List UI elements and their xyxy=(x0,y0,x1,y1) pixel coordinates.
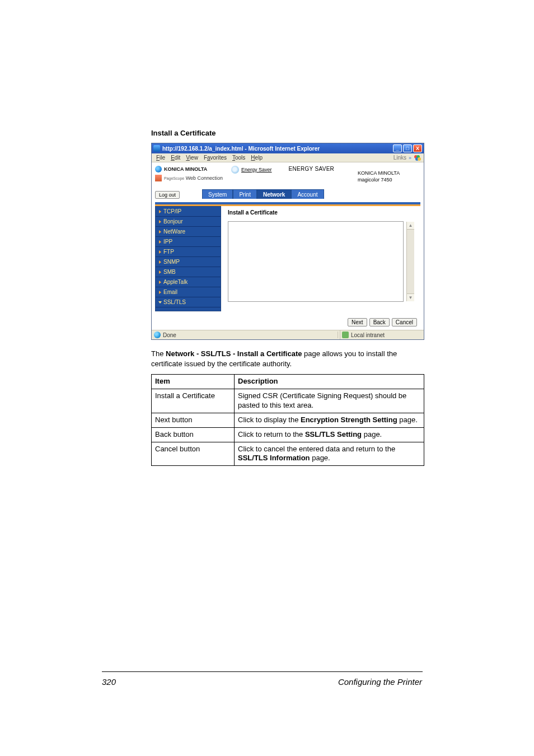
links-label: Links xyxy=(394,155,406,161)
table-row: Next button Click to display the Encrypt… xyxy=(152,413,424,427)
status-separator xyxy=(338,332,338,338)
sidebar-item-smb[interactable]: SMB xyxy=(156,267,221,277)
sidebar-item-label: Email xyxy=(163,289,177,295)
cell-item: Back button xyxy=(152,427,235,442)
arrow-right-icon xyxy=(159,291,161,294)
status-done: Done xyxy=(163,332,176,338)
cancel-button[interactable]: Cancel xyxy=(392,318,417,326)
arrow-down-icon xyxy=(158,301,162,304)
info-table: Item Description Install a Certificate S… xyxy=(151,374,424,466)
logout-button[interactable]: Log out xyxy=(155,191,180,199)
tab-bar: System Print Network Account xyxy=(202,189,324,199)
intranet-zone-icon xyxy=(342,332,349,338)
pagescope-label: PageScope xyxy=(164,176,184,180)
desc-pre: The xyxy=(151,349,166,358)
minimize-button[interactable]: _ xyxy=(393,144,402,152)
globe-icon xyxy=(155,166,162,172)
sidebar-item-label: NetWare xyxy=(163,228,185,235)
sidebar-item-ipp[interactable]: IPP xyxy=(156,237,221,247)
sidebar-item-snmp[interactable]: SNMP xyxy=(156,257,221,267)
textarea-scrollbar[interactable]: ▲ ▼ xyxy=(406,222,414,301)
cell-desc: Signed CSR (Certificate Signing Request)… xyxy=(235,389,424,413)
cell-desc: Click to cancel the entered data and ret… xyxy=(235,442,424,466)
energy-saver-link[interactable]: Energy Saver xyxy=(241,167,272,172)
scroll-up-icon[interactable]: ▲ xyxy=(407,222,414,230)
links-chevron-icon[interactable]: » xyxy=(409,155,411,161)
brand-name: KONICA MINOLTA xyxy=(164,166,207,172)
sidebar-item-tcpip[interactable]: TCP/IP xyxy=(156,207,221,217)
arrow-right-icon xyxy=(159,220,161,223)
table-row: Back button Click to return to the SSL/T… xyxy=(152,427,424,442)
ie-icon xyxy=(153,145,160,152)
menu-edit[interactable]: Edit xyxy=(168,155,182,161)
menu-file[interactable]: File xyxy=(154,155,167,161)
menu-favorites[interactable]: Favorites xyxy=(202,155,229,161)
cell-item: Install a Certificate xyxy=(152,389,235,413)
sidebar-item-ftp[interactable]: FTP xyxy=(156,247,221,257)
sidebar-item-label: Bonjour xyxy=(163,218,182,225)
sidebar-item-label: TCP/IP xyxy=(163,208,181,214)
sidebar-item-label: SMB xyxy=(163,269,176,275)
button-row: Next Back Cancel xyxy=(152,311,424,330)
menu-tools[interactable]: Tools xyxy=(230,155,247,161)
tab-network[interactable]: Network xyxy=(257,189,291,199)
desc-bold: Network - SSL/TLS - Install a Certificat… xyxy=(166,349,302,358)
tab-print[interactable]: Print xyxy=(233,189,257,199)
cell-desc: Click to return to the SSL/TLS Setting p… xyxy=(235,427,424,442)
sidebar-item-label: FTP xyxy=(163,249,174,255)
table-row: Cancel button Click to cancel the entere… xyxy=(152,442,424,466)
page-number: 320 xyxy=(102,677,116,687)
maximize-button[interactable]: □ xyxy=(403,144,412,152)
sidebar-item-email[interactable]: Email xyxy=(156,287,221,297)
sidebar-item-ssltls[interactable]: SSL/TLS xyxy=(156,297,221,307)
svg-point-3 xyxy=(418,157,421,161)
sidebar-item-netware[interactable]: NetWare xyxy=(156,227,221,237)
arrow-right-icon xyxy=(159,240,161,244)
back-button[interactable]: Back xyxy=(369,318,390,326)
th-item: Item xyxy=(152,375,235,389)
model-name: magicolor 7450 xyxy=(358,177,414,184)
menu-view[interactable]: View xyxy=(184,155,200,161)
close-button[interactable]: X xyxy=(413,144,422,152)
sidebar: TCP/IP Bonjour NetWare IPP FTP SNMP SMB … xyxy=(155,206,221,311)
window-title: http://192.168.1.2/a_index.html - Micros… xyxy=(162,146,393,152)
menu-help[interactable]: Help xyxy=(249,155,265,161)
arrow-right-icon xyxy=(159,250,161,254)
arrow-right-icon xyxy=(159,210,161,213)
certificate-textarea[interactable] xyxy=(228,221,404,302)
browser-window: http://192.168.1.2/a_index.html - Micros… xyxy=(151,143,424,340)
scroll-down-icon[interactable]: ▼ xyxy=(407,293,414,301)
pagescope-icon xyxy=(155,175,162,181)
menubar: File Edit View Favorites Tools Help Link… xyxy=(152,153,424,162)
sidebar-item-bonjour[interactable]: Bonjour xyxy=(156,217,221,227)
titlebar: http://192.168.1.2/a_index.html - Micros… xyxy=(152,143,424,153)
th-desc: Description xyxy=(235,375,424,389)
arrow-right-icon xyxy=(159,281,161,284)
section-title: Install a Certificate xyxy=(151,129,424,137)
footer-title: Configuring the Printer xyxy=(338,677,422,687)
webconnection-label: Web Connection xyxy=(186,175,223,181)
tab-account[interactable]: Account xyxy=(291,189,324,199)
done-icon xyxy=(154,332,161,338)
msn-icon[interactable] xyxy=(414,155,421,161)
energy-saver-heading: ENERGY SAVER xyxy=(289,166,335,172)
cell-desc: Click to display the Encryption Strength… xyxy=(235,413,424,427)
tab-system[interactable]: System xyxy=(202,189,233,199)
cell-item: Next button xyxy=(152,413,235,427)
arrow-right-icon xyxy=(159,230,161,234)
status-bar: Done Local intranet xyxy=(152,330,424,339)
arrow-right-icon xyxy=(159,270,161,274)
sidebar-item-label: SSL/TLS xyxy=(163,299,186,305)
sidebar-item-label: IPP xyxy=(163,239,172,245)
next-button[interactable]: Next xyxy=(348,318,367,326)
app-header: KONICA MINOLTA PageScope Web Connection … xyxy=(152,162,424,188)
status-zone: Local intranet xyxy=(351,332,385,338)
energy-saver-icon xyxy=(231,166,239,174)
content-heading: Install a Certificate xyxy=(228,209,415,216)
footer-rule xyxy=(102,671,423,672)
sidebar-item-label: SNMP xyxy=(163,259,180,265)
sidebar-item-label: AppleTalk xyxy=(163,279,188,285)
description-paragraph: The Network - SSL/TLS - Install a Certif… xyxy=(151,349,424,368)
cell-item: Cancel button xyxy=(152,442,235,466)
sidebar-item-appletalk[interactable]: AppleTalk xyxy=(156,277,221,287)
